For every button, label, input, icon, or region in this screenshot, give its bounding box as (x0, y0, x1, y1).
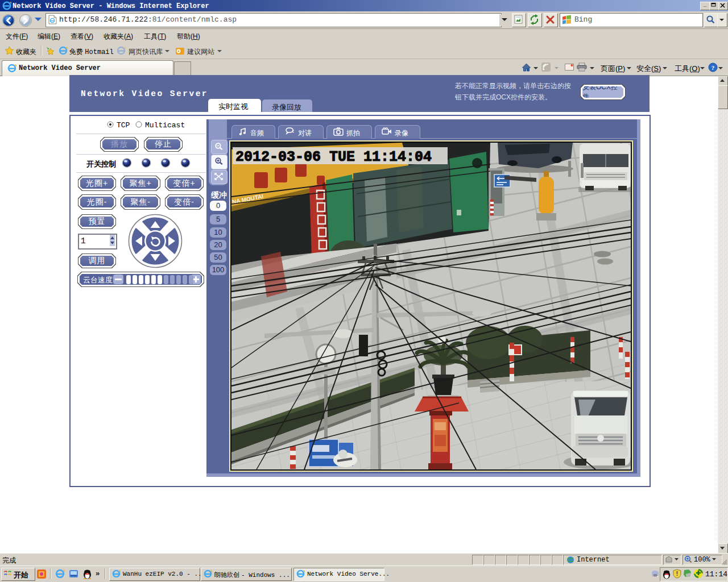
svg-text:!: ! (676, 571, 678, 577)
svg-text:?: ? (712, 64, 715, 71)
svg-text:2012-03-06 TUE 11:14:04: 2012-03-06 TUE 11:14:04 (235, 149, 432, 165)
